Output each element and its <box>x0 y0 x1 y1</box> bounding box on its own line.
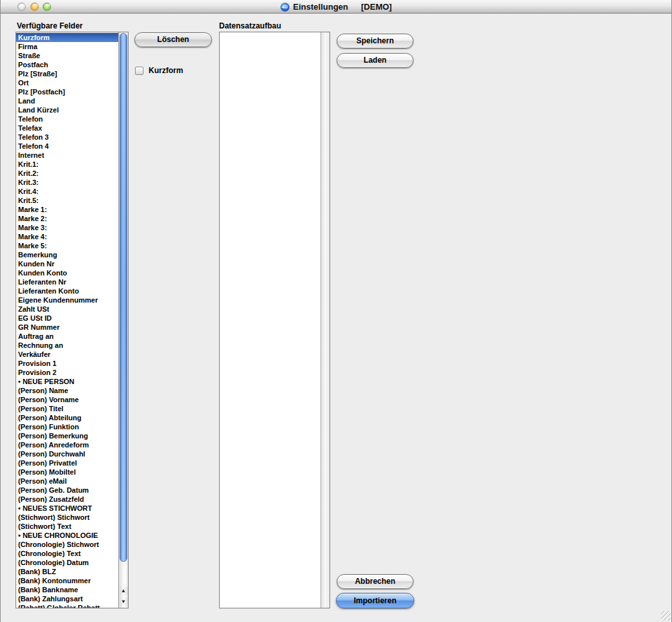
list-item[interactable]: (Stichwort) Text <box>16 522 118 531</box>
list-item[interactable]: Straße <box>16 51 118 60</box>
list-item[interactable]: Kunden Konto <box>16 268 118 277</box>
window-title: Einstellungen <box>293 2 348 12</box>
list-item[interactable]: Postfach <box>16 60 118 69</box>
list-item[interactable]: • NEUES STICHWORT <box>16 504 118 513</box>
list-item[interactable]: (Chronologie) Text <box>16 549 118 558</box>
list-item[interactable]: Krit.1: <box>16 160 118 169</box>
list-item[interactable]: Ort <box>16 78 118 87</box>
list-item[interactable]: Marke 5: <box>16 241 118 250</box>
list-item[interactable]: (Person) Titel <box>16 404 118 413</box>
list-item[interactable]: Bemerkung <box>16 250 118 259</box>
settings-content: Verfügbare Felder KurzformFirmaStraßePos… <box>1 14 671 622</box>
record-structure-list[interactable] <box>219 32 330 608</box>
list-item[interactable]: (Person) Vorname <box>16 395 118 404</box>
list-item[interactable]: Telefon 3 <box>16 133 118 142</box>
list-item[interactable]: (Bank) BLZ <box>16 567 118 576</box>
list-item[interactable]: EG USt ID <box>16 314 118 323</box>
list-item[interactable]: Land <box>16 96 118 105</box>
list-item[interactable]: (Person) Abteilung <box>16 413 118 422</box>
available-fields-list[interactable]: KurzformFirmaStraßePostfachPlz [Straße]O… <box>16 32 129 608</box>
save-button[interactable]: Speichern <box>337 34 414 48</box>
4d-app-icon: 4D <box>280 3 289 12</box>
scrollbar-thumb[interactable] <box>120 33 127 562</box>
list-item[interactable]: Lieferanten Nr <box>16 277 118 286</box>
list-item[interactable]: (Person) Funktion <box>16 422 118 431</box>
list-item[interactable]: Krit.3: <box>16 178 118 187</box>
kurzform-checkbox-row[interactable]: Kurzform <box>135 66 183 75</box>
list-item[interactable]: (Person) Anredeform <box>16 440 118 449</box>
kurzform-checkbox-label: Kurzform <box>149 66 183 75</box>
import-button[interactable]: Importieren <box>336 593 414 608</box>
list-item[interactable]: Plz [Postfach] <box>16 87 118 96</box>
list-item[interactable]: (Person) Zusatzfeld <box>16 495 118 504</box>
list-item[interactable]: Lieferanten Konto <box>16 286 118 295</box>
list-item[interactable]: (Person) Bemerkung <box>16 431 118 440</box>
list-item[interactable]: (Person) Geb. Datum <box>16 486 118 495</box>
available-fields-items: KurzformFirmaStraßePostfachPlz [Straße]O… <box>16 32 118 608</box>
load-button[interactable]: Laden <box>337 53 414 68</box>
list-item[interactable]: Zahlt USt <box>16 305 118 314</box>
record-structure-items <box>220 32 320 608</box>
record-structure-scrollbar[interactable] <box>320 32 330 608</box>
list-item[interactable]: Kurzform <box>16 33 118 42</box>
scroll-up-icon[interactable]: ▲ <box>120 586 128 595</box>
scroll-down-icon[interactable]: ▼ <box>120 597 128 606</box>
available-fields-label: Verfügbare Felder <box>17 21 83 30</box>
list-item[interactable]: Provision 2 <box>16 368 118 377</box>
list-item[interactable]: Marke 3: <box>16 223 118 232</box>
window-title-group: 4D Einstellungen [DEMO] <box>1 0 671 14</box>
list-item[interactable]: (Bank) Zahlungsart <box>16 594 118 603</box>
delete-button[interactable]: Löschen <box>134 32 212 47</box>
list-item[interactable]: Firma <box>16 42 118 51</box>
list-item[interactable]: (Chronologie) Datum <box>16 558 118 567</box>
list-item[interactable]: Kunden Nr <box>16 259 118 268</box>
list-item[interactable]: (Person) Privattel <box>16 458 118 467</box>
list-item[interactable]: Internet <box>16 151 118 160</box>
list-item[interactable]: Telefon <box>16 114 118 123</box>
list-item[interactable]: Eigene Kundennummer <box>16 295 118 305</box>
list-item[interactable]: Krit.4: <box>16 187 118 196</box>
list-item[interactable]: Telefon 4 <box>16 142 118 151</box>
cancel-button[interactable]: Abbrechen <box>337 574 414 589</box>
settings-window: 4D Einstellungen [DEMO] Verfügbare Felde… <box>0 0 672 622</box>
list-item[interactable]: Marke 4: <box>16 232 118 241</box>
list-item[interactable]: (Bank) Kontonummer <box>16 576 118 585</box>
list-item[interactable]: Provision 1 <box>16 359 118 368</box>
list-item[interactable]: Marke 2: <box>16 214 118 223</box>
list-item[interactable]: (Stichwort) Stichwort <box>16 513 118 522</box>
list-item[interactable]: (Person) Mobiltel <box>16 467 118 477</box>
available-fields-scrollbar[interactable]: ▲ ▼ <box>118 32 128 608</box>
list-item[interactable]: Telefax <box>16 123 118 133</box>
list-item[interactable]: Krit.5: <box>16 196 118 205</box>
resize-grip[interactable] <box>661 611 671 621</box>
list-item[interactable]: Plz [Straße] <box>16 69 118 78</box>
list-item[interactable]: (Person) Durchwahl <box>16 449 118 458</box>
kurzform-checkbox[interactable] <box>135 67 143 75</box>
list-item[interactable]: GR Nummer <box>16 323 118 332</box>
list-item[interactable]: Land Kürzel <box>16 105 118 114</box>
list-item[interactable]: (Person) Name <box>16 386 118 395</box>
list-item[interactable]: (Bank) Bankname <box>16 585 118 594</box>
list-item[interactable]: Rechnung an <box>16 341 118 350</box>
list-item[interactable]: • NEUE CHRONOLOGIE <box>16 531 118 540</box>
list-item[interactable]: Auftrag an <box>16 332 118 341</box>
title-bar[interactable]: 4D Einstellungen [DEMO] <box>1 0 671 14</box>
list-item[interactable]: Marke 1: <box>16 205 118 214</box>
list-item[interactable]: Krit.2: <box>16 169 118 178</box>
list-item[interactable]: (Person) eMail <box>16 477 118 486</box>
list-item[interactable]: Verkäufer <box>16 350 118 359</box>
list-item[interactable]: (Rabatt) Globaler Rabatt <box>16 603 118 608</box>
record-structure-label: Datensatzaufbau <box>219 21 281 30</box>
list-item[interactable]: • NEUE PERSON <box>16 377 118 386</box>
demo-badge: [DEMO] <box>361 2 392 12</box>
list-item[interactable]: (Chronologie) Stichwort <box>16 540 118 549</box>
